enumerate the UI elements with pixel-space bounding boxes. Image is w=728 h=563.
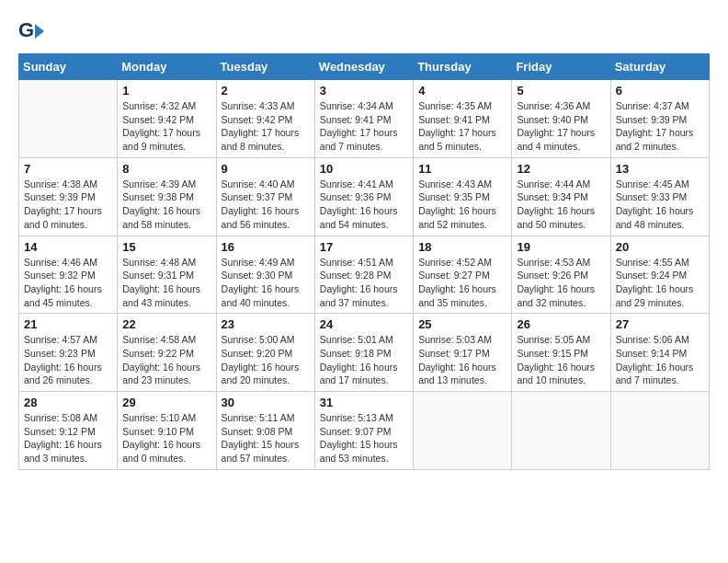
day-number: 6 xyxy=(616,84,704,98)
week-row-3: 14Sunrise: 4:46 AM Sunset: 9:32 PM Dayli… xyxy=(19,236,710,314)
day-number: 13 xyxy=(616,162,704,176)
day-number: 19 xyxy=(517,240,605,254)
day-info: Sunrise: 4:35 AM Sunset: 9:41 PM Dayligh… xyxy=(418,99,506,154)
day-info: Sunrise: 5:08 AM Sunset: 9:12 PM Dayligh… xyxy=(24,411,112,465)
day-number: 18 xyxy=(418,240,506,254)
day-info: Sunrise: 4:58 AM Sunset: 9:22 PM Dayligh… xyxy=(122,333,210,387)
calendar-cell: 10Sunrise: 4:41 AM Sunset: 9:36 PM Dayli… xyxy=(314,157,413,236)
day-info: Sunrise: 5:03 AM Sunset: 9:17 PM Dayligh… xyxy=(418,333,506,387)
day-number: 17 xyxy=(320,240,408,254)
day-number: 3 xyxy=(320,84,408,98)
weekday-header-monday: Monday xyxy=(118,54,216,80)
day-number: 9 xyxy=(222,162,310,176)
calendar-cell: 3Sunrise: 4:34 AM Sunset: 9:41 PM Daylig… xyxy=(314,80,413,158)
day-info: Sunrise: 4:34 AM Sunset: 9:41 PM Dayligh… xyxy=(320,99,408,154)
calendar-cell: 15Sunrise: 4:48 AM Sunset: 9:31 PM Dayli… xyxy=(118,236,216,314)
calendar-cell: 25Sunrise: 5:03 AM Sunset: 9:17 PM Dayli… xyxy=(414,314,512,392)
day-number: 5 xyxy=(517,84,605,98)
day-number: 10 xyxy=(320,162,408,176)
day-info: Sunrise: 4:38 AM Sunset: 9:39 PM Dayligh… xyxy=(24,178,112,232)
day-number: 16 xyxy=(222,240,310,254)
calendar-cell: 9Sunrise: 4:40 AM Sunset: 9:37 PM Daylig… xyxy=(216,157,314,236)
calendar-cell: 7Sunrise: 4:38 AM Sunset: 9:39 PM Daylig… xyxy=(19,157,118,236)
day-number: 14 xyxy=(24,240,112,254)
calendar-cell: 26Sunrise: 5:05 AM Sunset: 9:15 PM Dayli… xyxy=(512,314,610,392)
calendar-cell xyxy=(19,80,118,158)
calendar-cell: 18Sunrise: 4:52 AM Sunset: 9:27 PM Dayli… xyxy=(414,236,512,314)
day-info: Sunrise: 4:45 AM Sunset: 9:33 PM Dayligh… xyxy=(616,178,704,232)
calendar-cell: 20Sunrise: 4:55 AM Sunset: 9:24 PM Dayli… xyxy=(610,236,709,314)
calendar-cell: 6Sunrise: 4:37 AM Sunset: 9:39 PM Daylig… xyxy=(610,80,709,158)
calendar-cell: 22Sunrise: 4:58 AM Sunset: 9:22 PM Dayli… xyxy=(118,314,216,392)
calendar-cell xyxy=(414,392,512,470)
day-info: Sunrise: 5:10 AM Sunset: 9:10 PM Dayligh… xyxy=(122,411,210,465)
calendar-cell: 29Sunrise: 5:10 AM Sunset: 9:10 PM Dayli… xyxy=(118,392,216,470)
day-info: Sunrise: 5:06 AM Sunset: 9:14 PM Dayligh… xyxy=(616,333,704,387)
day-number: 15 xyxy=(122,240,210,254)
week-row-5: 28Sunrise: 5:08 AM Sunset: 9:12 PM Dayli… xyxy=(19,392,710,470)
day-number: 12 xyxy=(517,162,605,176)
day-info: Sunrise: 4:40 AM Sunset: 9:37 PM Dayligh… xyxy=(222,178,310,232)
page-header: G xyxy=(18,18,710,44)
week-row-2: 7Sunrise: 4:38 AM Sunset: 9:39 PM Daylig… xyxy=(19,157,710,236)
day-number: 31 xyxy=(320,396,408,409)
weekday-header-wednesday: Wednesday xyxy=(314,54,413,80)
day-info: Sunrise: 4:33 AM Sunset: 9:42 PM Dayligh… xyxy=(222,99,310,154)
calendar-cell: 17Sunrise: 4:51 AM Sunset: 9:28 PM Dayli… xyxy=(314,236,413,314)
day-info: Sunrise: 5:11 AM Sunset: 9:08 PM Dayligh… xyxy=(222,411,310,465)
day-number: 21 xyxy=(24,317,112,331)
calendar-cell: 23Sunrise: 5:00 AM Sunset: 9:20 PM Dayli… xyxy=(216,314,314,392)
calendar-table: SundayMondayTuesdayWednesdayThursdayFrid… xyxy=(18,53,710,470)
day-number: 30 xyxy=(222,396,310,409)
day-number: 26 xyxy=(517,317,605,331)
day-info: Sunrise: 4:32 AM Sunset: 9:42 PM Dayligh… xyxy=(122,99,210,154)
day-info: Sunrise: 4:49 AM Sunset: 9:30 PM Dayligh… xyxy=(222,256,310,310)
calendar-cell: 30Sunrise: 5:11 AM Sunset: 9:08 PM Dayli… xyxy=(216,392,314,470)
week-row-1: 1Sunrise: 4:32 AM Sunset: 9:42 PM Daylig… xyxy=(19,80,710,158)
svg-marker-1 xyxy=(35,24,44,39)
weekday-header-tuesday: Tuesday xyxy=(216,54,314,80)
day-info: Sunrise: 4:52 AM Sunset: 9:27 PM Dayligh… xyxy=(418,256,506,310)
calendar-cell: 16Sunrise: 4:49 AM Sunset: 9:30 PM Dayli… xyxy=(216,236,314,314)
calendar-cell: 11Sunrise: 4:43 AM Sunset: 9:35 PM Dayli… xyxy=(414,157,512,236)
day-info: Sunrise: 4:36 AM Sunset: 9:40 PM Dayligh… xyxy=(517,99,605,154)
day-number: 24 xyxy=(320,317,408,331)
day-number: 28 xyxy=(24,396,112,409)
weekday-header-sunday: Sunday xyxy=(19,54,118,80)
day-info: Sunrise: 4:57 AM Sunset: 9:23 PM Dayligh… xyxy=(24,333,112,387)
logo: G xyxy=(18,18,48,44)
week-row-4: 21Sunrise: 4:57 AM Sunset: 9:23 PM Dayli… xyxy=(19,314,710,392)
day-info: Sunrise: 4:44 AM Sunset: 9:34 PM Dayligh… xyxy=(517,178,605,232)
calendar-cell xyxy=(512,392,610,470)
weekday-header-row: SundayMondayTuesdayWednesdayThursdayFrid… xyxy=(19,54,710,80)
weekday-header-thursday: Thursday xyxy=(414,54,512,80)
calendar-cell: 21Sunrise: 4:57 AM Sunset: 9:23 PM Dayli… xyxy=(19,314,118,392)
day-number: 1 xyxy=(122,84,210,98)
weekday-header-saturday: Saturday xyxy=(610,54,709,80)
calendar-cell: 5Sunrise: 4:36 AM Sunset: 9:40 PM Daylig… xyxy=(512,80,610,158)
day-info: Sunrise: 5:00 AM Sunset: 9:20 PM Dayligh… xyxy=(222,333,310,387)
day-number: 7 xyxy=(24,162,112,176)
day-info: Sunrise: 4:39 AM Sunset: 9:38 PM Dayligh… xyxy=(122,178,210,232)
svg-text:G: G xyxy=(18,18,34,41)
day-info: Sunrise: 4:48 AM Sunset: 9:31 PM Dayligh… xyxy=(122,256,210,310)
day-number: 25 xyxy=(418,317,506,331)
day-number: 27 xyxy=(616,317,704,331)
calendar-cell: 28Sunrise: 5:08 AM Sunset: 9:12 PM Dayli… xyxy=(19,392,118,470)
calendar-cell: 19Sunrise: 4:53 AM Sunset: 9:26 PM Dayli… xyxy=(512,236,610,314)
calendar-cell: 13Sunrise: 4:45 AM Sunset: 9:33 PM Dayli… xyxy=(610,157,709,236)
calendar-cell: 14Sunrise: 4:46 AM Sunset: 9:32 PM Dayli… xyxy=(19,236,118,314)
weekday-header-friday: Friday xyxy=(512,54,610,80)
calendar-cell: 8Sunrise: 4:39 AM Sunset: 9:38 PM Daylig… xyxy=(118,157,216,236)
day-info: Sunrise: 4:43 AM Sunset: 9:35 PM Dayligh… xyxy=(418,178,506,232)
day-info: Sunrise: 4:37 AM Sunset: 9:39 PM Dayligh… xyxy=(616,99,704,154)
day-info: Sunrise: 5:01 AM Sunset: 9:18 PM Dayligh… xyxy=(320,333,408,387)
day-number: 4 xyxy=(418,84,506,98)
day-number: 23 xyxy=(222,317,310,331)
calendar-cell: 4Sunrise: 4:35 AM Sunset: 9:41 PM Daylig… xyxy=(414,80,512,158)
calendar-cell: 1Sunrise: 4:32 AM Sunset: 9:42 PM Daylig… xyxy=(118,80,216,158)
day-number: 2 xyxy=(222,84,310,98)
day-info: Sunrise: 4:41 AM Sunset: 9:36 PM Dayligh… xyxy=(320,178,408,232)
day-info: Sunrise: 4:55 AM Sunset: 9:24 PM Dayligh… xyxy=(616,256,704,310)
calendar-cell: 2Sunrise: 4:33 AM Sunset: 9:42 PM Daylig… xyxy=(216,80,314,158)
